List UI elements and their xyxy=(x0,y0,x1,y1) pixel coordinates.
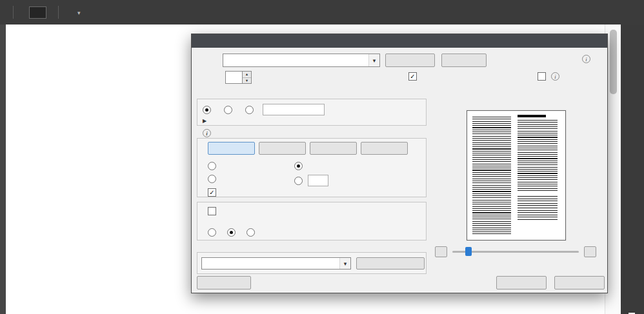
radio-fit[interactable] xyxy=(208,162,219,170)
stepper-up-icon[interactable] xyxy=(243,72,251,77)
stepper-down-icon[interactable] xyxy=(243,77,251,84)
dialog-titlebar xyxy=(192,34,607,48)
radio-icon xyxy=(208,162,216,170)
checkbox-icon xyxy=(208,207,216,215)
left-panel-strip xyxy=(0,25,6,314)
pages-radio-row xyxy=(203,104,325,115)
preview-next-button[interactable] xyxy=(584,246,596,257)
orientation-radio-row xyxy=(208,228,257,237)
radio-actual-size[interactable] xyxy=(294,162,305,170)
page-range-input[interactable] xyxy=(263,104,325,115)
printer-select[interactable] xyxy=(223,54,380,67)
copies-stepper[interactable] xyxy=(225,71,252,84)
preview-slider-thumb[interactable] xyxy=(465,247,472,256)
radio-all[interactable] xyxy=(203,106,214,114)
checkbox-icon xyxy=(538,72,546,81)
orientation-group xyxy=(197,202,427,240)
radio-icon xyxy=(294,162,303,170)
summarize-comments-button[interactable] xyxy=(356,257,425,270)
radio-custom-scale[interactable] xyxy=(294,175,331,186)
info-icon[interactable] xyxy=(582,55,590,63)
dialog-body xyxy=(192,48,607,293)
copies-value[interactable] xyxy=(225,71,243,84)
paper-source-checkbox[interactable] xyxy=(208,188,219,197)
checkbox-icon xyxy=(208,188,216,197)
page-setup-button[interactable] xyxy=(197,276,251,289)
page-number-input[interactable] xyxy=(29,6,46,19)
tools-rail xyxy=(621,25,644,314)
multiple-button[interactable] xyxy=(310,142,357,155)
save-ink-checkbox[interactable] xyxy=(538,72,559,81)
print-dialog xyxy=(191,34,608,293)
properties-button[interactable] xyxy=(385,54,435,67)
chevron-down-icon xyxy=(368,54,379,66)
checkbox-icon xyxy=(408,72,417,81)
comments-forms-select[interactable] xyxy=(201,257,351,270)
radio-icon xyxy=(247,228,255,237)
comments-forms-group xyxy=(197,252,427,274)
radio-landscape[interactable] xyxy=(247,228,257,237)
toolbar-separator xyxy=(13,6,14,19)
advanced-button[interactable] xyxy=(441,54,487,67)
chevron-down-icon xyxy=(339,258,350,269)
toolbar-separator xyxy=(58,6,59,19)
preview-text-column xyxy=(472,117,511,234)
cancel-button[interactable] xyxy=(554,276,605,289)
stepper-buttons xyxy=(243,71,252,84)
radio-pages[interactable] xyxy=(245,106,256,114)
page-navigation xyxy=(29,6,50,19)
radio-icon xyxy=(203,106,211,114)
preview-text-column xyxy=(518,120,558,192)
info-icon[interactable] xyxy=(203,129,211,137)
radio-icon xyxy=(245,106,254,114)
expand-triangle-icon xyxy=(203,116,209,124)
custom-scale-input[interactable] xyxy=(308,175,328,186)
preview-text-column xyxy=(518,196,558,222)
radio-current[interactable] xyxy=(224,106,235,114)
info-icon[interactable] xyxy=(551,72,559,81)
size-button[interactable] xyxy=(208,142,255,155)
preview-prev-button[interactable] xyxy=(435,246,447,257)
radio-portrait[interactable] xyxy=(227,228,238,237)
radio-auto[interactable] xyxy=(208,228,219,237)
print-preview-page xyxy=(467,110,566,240)
grayscale-checkbox[interactable] xyxy=(408,72,419,81)
poster-button[interactable] xyxy=(259,142,306,155)
radio-icon xyxy=(208,175,216,183)
more-options-toggle[interactable] xyxy=(203,116,212,124)
duplex-checkbox[interactable] xyxy=(208,207,219,215)
help-row xyxy=(579,55,590,63)
radio-shrink[interactable] xyxy=(208,175,219,183)
pages-to-print-group xyxy=(197,99,427,126)
radio-icon xyxy=(227,228,236,237)
radio-icon xyxy=(224,106,232,114)
acrobat-window xyxy=(0,0,644,314)
scrollbar-thumb[interactable] xyxy=(610,30,617,94)
page-sizing-group xyxy=(197,138,427,197)
booklet-button[interactable] xyxy=(361,142,408,155)
page-sizing-title xyxy=(199,129,211,137)
chevron-down-icon xyxy=(77,8,81,16)
radio-icon xyxy=(208,228,216,237)
top-toolbar xyxy=(0,0,644,25)
radio-icon xyxy=(294,177,303,185)
print-button[interactable] xyxy=(496,276,547,289)
zoom-level-dropdown[interactable] xyxy=(74,8,81,16)
preview-heading-line xyxy=(518,115,546,117)
